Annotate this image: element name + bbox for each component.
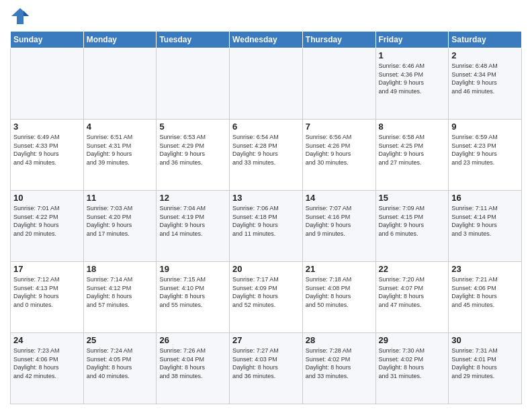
day-info: Sunrise: 7:06 AM Sunset: 4:18 PM Dayligh… [232,204,300,238]
weekday-thursday: Thursday [302,32,375,48]
week-row-1: 3Sunrise: 6:49 AM Sunset: 4:33 PM Daylig… [11,120,522,191]
day-info: Sunrise: 7:01 AM Sunset: 4:22 PM Dayligh… [13,204,81,238]
day-info: Sunrise: 7:03 AM Sunset: 4:20 PM Dayligh… [87,204,154,238]
day-cell: 29Sunrise: 7:30 AM Sunset: 4:02 PM Dayli… [375,333,449,404]
day-info: Sunrise: 6:51 AM Sunset: 4:31 PM Dayligh… [87,133,154,167]
day-info: Sunrise: 6:48 AM Sunset: 4:34 PM Dayligh… [451,62,519,95]
day-number: 6 [232,122,300,132]
weekday-monday: Monday [83,32,157,48]
day-number: 25 [87,335,154,345]
day-cell: 13Sunrise: 7:06 AM Sunset: 4:18 PM Dayli… [230,191,303,262]
day-number: 10 [13,193,81,203]
day-info: Sunrise: 7:21 AM Sunset: 4:06 PM Dayligh… [451,275,519,309]
day-number: 20 [232,264,300,274]
day-cell [83,48,157,120]
day-number: 23 [451,264,519,274]
day-cell: 14Sunrise: 7:07 AM Sunset: 4:16 PM Dayli… [302,191,375,262]
day-info: Sunrise: 7:26 AM Sunset: 4:04 PM Dayligh… [159,347,226,380]
day-cell: 19Sunrise: 7:15 AM Sunset: 4:10 PM Dayli… [157,262,230,333]
day-info: Sunrise: 7:04 AM Sunset: 4:19 PM Dayligh… [159,204,226,238]
weekday-sunday: Sunday [11,32,84,48]
day-number: 5 [159,122,226,132]
day-info: Sunrise: 7:30 AM Sunset: 4:02 PM Dayligh… [379,347,446,380]
day-number: 16 [451,193,519,203]
day-info: Sunrise: 7:28 AM Sunset: 4:02 PM Dayligh… [306,347,373,380]
week-row-0: 1Sunrise: 6:46 AM Sunset: 4:36 PM Daylig… [11,48,522,120]
day-cell: 26Sunrise: 7:26 AM Sunset: 4:04 PM Dayli… [157,333,230,404]
day-number: 29 [379,335,446,345]
day-number: 28 [306,335,373,345]
day-cell: 21Sunrise: 7:18 AM Sunset: 4:08 PM Dayli… [302,262,375,333]
day-cell: 20Sunrise: 7:17 AM Sunset: 4:09 PM Dayli… [230,262,303,333]
day-info: Sunrise: 7:17 AM Sunset: 4:09 PM Dayligh… [232,275,300,309]
day-cell: 17Sunrise: 7:12 AM Sunset: 4:13 PM Dayli… [11,262,84,333]
day-cell: 15Sunrise: 7:09 AM Sunset: 4:15 PM Dayli… [375,191,449,262]
week-row-4: 24Sunrise: 7:23 AM Sunset: 4:06 PM Dayli… [11,333,522,404]
day-cell: 4Sunrise: 6:51 AM Sunset: 4:31 PM Daylig… [83,120,157,191]
day-cell: 12Sunrise: 7:04 AM Sunset: 4:19 PM Dayli… [157,191,230,262]
day-cell: 8Sunrise: 6:58 AM Sunset: 4:25 PM Daylig… [375,120,449,191]
day-number: 11 [87,193,154,203]
day-info: Sunrise: 6:49 AM Sunset: 4:33 PM Dayligh… [13,133,81,167]
day-info: Sunrise: 7:12 AM Sunset: 4:13 PM Dayligh… [13,275,81,309]
day-number: 3 [13,122,81,132]
day-number: 1 [379,50,446,60]
day-info: Sunrise: 6:54 AM Sunset: 4:28 PM Dayligh… [232,133,300,167]
logo [10,7,33,26]
day-cell: 30Sunrise: 7:31 AM Sunset: 4:01 PM Dayli… [449,333,522,404]
weekday-header-row: SundayMondayTuesdayWednesdayThursdayFrid… [11,32,522,48]
weekday-friday: Friday [375,32,449,48]
day-info: Sunrise: 7:09 AM Sunset: 4:15 PM Dayligh… [379,204,446,238]
day-cell: 27Sunrise: 7:27 AM Sunset: 4:03 PM Dayli… [230,333,303,404]
day-number: 27 [232,335,300,345]
day-cell: 22Sunrise: 7:20 AM Sunset: 4:07 PM Dayli… [375,262,449,333]
day-info: Sunrise: 6:56 AM Sunset: 4:26 PM Dayligh… [306,133,373,167]
day-info: Sunrise: 7:14 AM Sunset: 4:12 PM Dayligh… [87,275,154,309]
day-cell: 25Sunrise: 7:24 AM Sunset: 4:05 PM Dayli… [83,333,157,404]
day-cell: 10Sunrise: 7:01 AM Sunset: 4:22 PM Dayli… [11,191,84,262]
day-number: 13 [232,193,300,203]
day-cell [302,48,375,120]
day-number: 30 [451,335,519,345]
day-info: Sunrise: 6:59 AM Sunset: 4:23 PM Dayligh… [451,133,519,167]
day-cell: 1Sunrise: 6:46 AM Sunset: 4:36 PM Daylig… [375,48,449,120]
day-info: Sunrise: 7:23 AM Sunset: 4:06 PM Dayligh… [13,347,81,380]
day-cell: 3Sunrise: 6:49 AM Sunset: 4:33 PM Daylig… [11,120,84,191]
day-info: Sunrise: 7:20 AM Sunset: 4:07 PM Dayligh… [379,275,446,309]
day-info: Sunrise: 7:11 AM Sunset: 4:14 PM Dayligh… [451,204,519,238]
day-cell: 24Sunrise: 7:23 AM Sunset: 4:06 PM Dayli… [11,333,84,404]
day-cell: 2Sunrise: 6:48 AM Sunset: 4:34 PM Daylig… [449,48,522,120]
day-cell: 9Sunrise: 6:59 AM Sunset: 4:23 PM Daylig… [449,120,522,191]
page: SundayMondayTuesdayWednesdayThursdayFrid… [0,0,532,411]
day-cell [230,48,303,120]
day-info: Sunrise: 6:53 AM Sunset: 4:29 PM Dayligh… [159,133,226,167]
day-info: Sunrise: 7:31 AM Sunset: 4:01 PM Dayligh… [451,347,519,380]
day-info: Sunrise: 6:58 AM Sunset: 4:25 PM Dayligh… [379,133,446,167]
weekday-saturday: Saturday [449,32,522,48]
day-number: 9 [451,122,519,132]
day-info: Sunrise: 7:24 AM Sunset: 4:05 PM Dayligh… [87,347,154,380]
day-number: 26 [159,335,226,345]
day-cell: 7Sunrise: 6:56 AM Sunset: 4:26 PM Daylig… [302,120,375,191]
day-info: Sunrise: 7:18 AM Sunset: 4:08 PM Dayligh… [306,275,373,309]
day-info: Sunrise: 7:15 AM Sunset: 4:10 PM Dayligh… [159,275,226,309]
weekday-tuesday: Tuesday [157,32,230,48]
day-number: 8 [379,122,446,132]
week-row-3: 17Sunrise: 7:12 AM Sunset: 4:13 PM Dayli… [11,262,522,333]
day-number: 14 [306,193,373,203]
day-cell: 6Sunrise: 6:54 AM Sunset: 4:28 PM Daylig… [230,120,303,191]
day-number: 22 [379,264,446,274]
day-number: 7 [306,122,373,132]
day-number: 17 [13,264,81,274]
day-info: Sunrise: 6:46 AM Sunset: 4:36 PM Dayligh… [379,62,446,95]
day-cell [11,48,84,120]
day-number: 15 [379,193,446,203]
day-cell: 11Sunrise: 7:03 AM Sunset: 4:20 PM Dayli… [83,191,157,262]
svg-marker-1 [24,11,29,16]
day-number: 19 [159,264,226,274]
day-number: 24 [13,335,81,345]
day-cell: 16Sunrise: 7:11 AM Sunset: 4:14 PM Dayli… [449,191,522,262]
day-number: 21 [306,264,373,274]
week-row-2: 10Sunrise: 7:01 AM Sunset: 4:22 PM Dayli… [11,191,522,262]
header [10,7,522,26]
